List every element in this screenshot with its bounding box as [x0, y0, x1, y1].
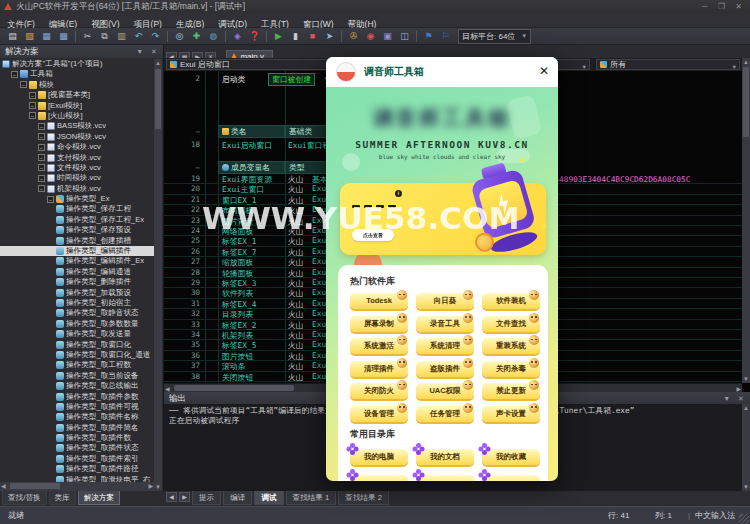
editor-vertical-scrollbar[interactable]: ▲ ▼ — [742, 58, 750, 383]
attach-icon[interactable]: ✇ — [346, 30, 361, 43]
dir-button[interactable]: 我的收藏 — [482, 449, 540, 465]
cell-member-name[interactable]: 关闭按钮 — [222, 372, 253, 383]
tree-item[interactable]: 操作类型_创建插槽 — [0, 236, 154, 246]
window-controls[interactable]: ─ ❐ ✕ — [702, 0, 746, 13]
tabs-scroll-right-icon[interactable]: ▶ — [179, 492, 190, 502]
expander-icon[interactable]: − — [29, 92, 36, 99]
immediate-icon[interactable]: ▣ — [380, 30, 395, 43]
tree-item[interactable]: 操作类型_删除插件 — [0, 277, 154, 287]
help-icon[interactable]: ❓ — [247, 30, 262, 43]
tree-item[interactable]: −JSON模块.vcv — [0, 132, 154, 142]
watch-icon[interactable]: ◫ — [397, 30, 412, 43]
section-collapse[interactable]: — — [164, 163, 200, 172]
expander-icon[interactable]: − — [38, 123, 45, 130]
find-icon[interactable]: ◎ — [172, 30, 187, 43]
dir-button-partial[interactable] — [482, 475, 540, 481]
tree-item[interactable]: 操作类型_取插件参数 — [0, 392, 154, 402]
tree-item[interactable]: −工具箱 — [0, 69, 154, 79]
cell-start-class[interactable]: 启动类 — [222, 74, 245, 85]
tree-item[interactable]: 操作类型_保存工程_Ex — [0, 215, 154, 225]
tree-item[interactable]: 操作类型_取插件路径 — [0, 464, 154, 474]
tree-item[interactable]: −命令模块.vcv — [0, 142, 154, 152]
target-platform-combo[interactable]: 目标平台: 64位▼ — [458, 29, 531, 44]
save-icon[interactable]: ▦ — [39, 30, 54, 43]
copy-icon[interactable]: ⧉ — [97, 30, 112, 43]
panel-tab-解决方案[interactable]: 解决方案 — [78, 491, 120, 505]
flag-report-icon[interactable]: ⚐ — [438, 30, 453, 43]
expander-icon[interactable]: − — [29, 112, 36, 119]
tree-item[interactable]: 操作类型_编辑通道 — [0, 267, 154, 277]
output-vertical-scrollbar[interactable]: ▲ ▼ — [742, 404, 750, 491]
section-collapse[interactable]: — — [164, 127, 200, 136]
result-tab-编译[interactable]: 编译 — [223, 491, 252, 505]
undo-icon[interactable]: ↶ — [131, 30, 146, 43]
solution-root-item[interactable]: 解决方案"工具箱"(1个项目) — [0, 59, 154, 69]
tree-horizontal-scrollbar[interactable]: ◀ ▶ — [0, 482, 154, 491]
hot-button[interactable]: 重装系统 — [482, 338, 540, 354]
tree-item[interactable]: 操作类型_取工程数 — [0, 360, 154, 370]
hot-button[interactable]: 系统激活 — [350, 338, 408, 354]
new-file-icon[interactable]: ▤ — [5, 30, 20, 43]
result-tab-查找结果 2[interactable]: 查找结果 2 — [338, 491, 389, 505]
tree-item[interactable]: 操作类型_取参数数量 — [0, 319, 154, 329]
tree-item[interactable]: 操作类型_初始宿主 — [0, 298, 154, 308]
expander-icon[interactable]: − — [38, 185, 45, 192]
hot-button[interactable]: 系统清理 — [416, 338, 474, 354]
tree-item[interactable]: −BASS模块.vcv — [0, 121, 154, 131]
hot-button[interactable]: 屏幕录制 — [350, 316, 408, 332]
panel-tab-查找/替换[interactable]: 查找/替换 — [2, 491, 47, 505]
hot-button[interactable]: Todesk — [350, 293, 408, 309]
tree-item[interactable]: 操作类型_取插件名称 — [0, 412, 154, 422]
hot-button[interactable]: 文件查找 — [482, 316, 540, 332]
tree-item[interactable]: −时间模块.vcv — [0, 173, 154, 183]
event-badge[interactable]: 窗口被创建 — [268, 73, 315, 86]
expander-icon[interactable]: − — [11, 71, 18, 78]
add-icon[interactable]: ✚ — [189, 30, 204, 43]
hot-button[interactable]: 向日葵 — [416, 293, 474, 309]
hot-button[interactable]: 清理插件 — [350, 361, 408, 377]
hot-button[interactable]: 软件装机 — [482, 293, 540, 309]
panel-tab-类库[interactable]: 类库 — [49, 491, 76, 505]
expander-icon[interactable]: − — [29, 102, 36, 109]
result-tab-查找结果 1[interactable]: 查找结果 1 — [286, 491, 337, 505]
tree-item[interactable]: −[Exui模块] — [0, 101, 154, 111]
tree-item[interactable]: 操作类型_加载预设 — [0, 288, 154, 298]
dir-button-partial[interactable] — [416, 475, 474, 481]
tree-item[interactable]: 操作类型_取静音状态 — [0, 308, 154, 318]
close-icon[interactable]: ✕ — [539, 64, 549, 78]
tabs-scroll-left-icon[interactable]: ◀ — [166, 492, 177, 502]
hot-button[interactable]: 录音工具 — [416, 316, 474, 332]
tree-item[interactable]: 操作类型_取插件可视 — [0, 402, 154, 412]
hot-button[interactable]: 任务管理 — [416, 406, 474, 422]
expander-icon[interactable]: − — [38, 175, 45, 182]
flag-icon[interactable]: ⚑ — [421, 30, 436, 43]
expander-icon[interactable]: − — [47, 196, 54, 203]
hot-button[interactable]: 关闭防火 — [350, 383, 408, 399]
open-file-icon[interactable]: ▨ — [22, 30, 37, 43]
cut-icon[interactable]: ✂ — [80, 30, 95, 43]
redo-icon[interactable]: ↷ — [148, 30, 163, 43]
tree-item[interactable]: 操作类型_编辑插件_Ex — [0, 256, 154, 266]
tree-item[interactable]: 操作类型_保存预设 — [0, 225, 154, 235]
expander-icon[interactable]: − — [38, 164, 45, 171]
dir-button-partial[interactable] — [350, 475, 408, 481]
tree-item[interactable]: −机架模块.vcv — [0, 184, 154, 194]
tree-item[interactable]: 操作类型_取窗口化_通道 — [0, 350, 154, 360]
refresh-icon[interactable]: ◍ — [206, 30, 221, 43]
tree-item[interactable]: 操作类型_编辑插件 — [0, 246, 154, 256]
tree-item[interactable]: −[火山模块] — [0, 111, 154, 121]
hot-button[interactable]: 设备管理 — [350, 406, 408, 422]
expander-icon[interactable]: − — [38, 144, 45, 151]
tree-item[interactable]: 操作类型_取插件数 — [0, 433, 154, 443]
step-icon[interactable]: ➤ — [322, 30, 337, 43]
status-ime[interactable]: 中文输入法 — [695, 507, 735, 524]
tree-item[interactable]: 操作类型_取插件状态 — [0, 443, 154, 453]
expander-icon[interactable]: − — [38, 133, 45, 140]
dir-button[interactable]: 我的电脑 — [350, 449, 408, 465]
pause-icon[interactable]: ▮ — [288, 30, 303, 43]
tree-item[interactable]: −支付模块.vcv — [0, 153, 154, 163]
stop-icon[interactable]: ■ — [305, 30, 320, 43]
tree-item[interactable]: −文件模块.vcv — [0, 163, 154, 173]
hot-button[interactable]: 关闭杀毒 — [482, 361, 540, 377]
save-all-icon[interactable]: ▩ — [56, 30, 71, 43]
